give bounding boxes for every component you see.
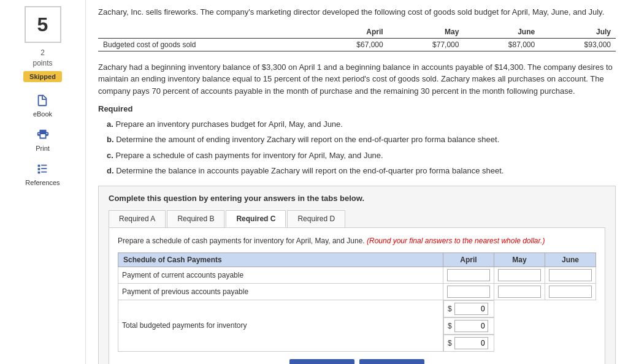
sidebar: 5 2 points Skipped eBook Print (0, 0, 86, 364)
references-icon (34, 161, 51, 178)
current-april-cell (443, 267, 494, 283)
current-payable-label: Payment of current accounts payable (118, 267, 443, 283)
budget-april-val: $67,000 (312, 38, 388, 51)
required-section: Required a. Prepare an inventory purchas… (98, 104, 616, 178)
skipped-badge: Skipped (23, 71, 62, 82)
previous-may-input[interactable] (498, 286, 541, 298)
instruction-text: Prepare a schedule of cash payments for … (118, 235, 596, 246)
previous-june-input[interactable] (549, 286, 592, 298)
total-april-input[interactable] (454, 303, 488, 315)
book-icon (34, 92, 51, 109)
required-item-c: c. Prepare a schedule of cash payments f… (107, 148, 616, 162)
tab-required-d[interactable]: Required D (287, 210, 345, 227)
budget-col-label (98, 26, 312, 39)
previous-april-cell (443, 283, 494, 300)
current-april-input[interactable] (447, 269, 490, 281)
tabs-container: Required A Required B Required C Require… (109, 210, 605, 228)
required-list: a. Prepare an inventory purchases budget… (107, 117, 616, 178)
schedule-table: Schedule of Cash Payments April May June… (118, 252, 596, 352)
current-june-cell (545, 267, 596, 283)
next-button[interactable]: Required D › (359, 359, 425, 364)
total-april-cell: $ (443, 300, 494, 317)
budget-june-val: $87,000 (464, 38, 540, 51)
previous-may-cell (494, 283, 545, 300)
budget-col-april: April (312, 26, 388, 39)
nav-buttons: ‹ Required B Required D › (118, 359, 596, 364)
tab-required-a[interactable]: Required A (109, 210, 166, 227)
required-title: Required (98, 104, 616, 113)
current-may-input[interactable] (498, 269, 541, 281)
total-may-input[interactable] (454, 320, 488, 332)
ebook-label: eBook (33, 110, 52, 118)
required-item-a: a. Prepare an inventory purchases budget… (107, 117, 616, 131)
schedule-header-may: May (494, 252, 545, 267)
table-row-previous: Payment of previous accounts payable (118, 283, 596, 300)
question-number: 5 (25, 6, 61, 43)
references-label: References (25, 179, 59, 186)
question-box: Complete this question by entering your … (98, 186, 616, 364)
question-box-title: Complete this question by entering your … (109, 194, 605, 203)
print-label: Print (36, 145, 50, 152)
current-june-input[interactable] (549, 269, 592, 281)
points-display: 2 points (33, 48, 52, 69)
previous-june-cell (545, 283, 596, 300)
main-content: Zachary, Inc. sells fireworks. The compa… (86, 0, 628, 364)
total-june-cell: $ (443, 335, 494, 352)
sidebar-item-print[interactable]: Print (34, 126, 52, 152)
question-paragraph: Zachary had a beginning inventory balanc… (98, 61, 616, 97)
sidebar-item-references[interactable]: References (25, 161, 59, 186)
budget-col-july: July (540, 26, 616, 39)
print-icon (34, 126, 52, 143)
total-may-cell: $ (443, 317, 494, 335)
current-may-cell (494, 267, 545, 283)
budget-col-june: June (464, 26, 540, 39)
total-june-input[interactable] (454, 337, 488, 349)
question-text: Zachary, Inc. sells fireworks. The compa… (98, 6, 616, 18)
total-label: Total budgeted payments for inventory (118, 300, 443, 352)
budget-row-label: Budgeted cost of goods sold (98, 38, 312, 51)
total-may-dollar: $ (448, 322, 453, 330)
schedule-header-april: April (443, 252, 494, 267)
tab-required-b[interactable]: Required B (167, 210, 224, 227)
prev-button[interactable]: ‹ Required B (289, 359, 354, 364)
required-item-b: b. Determine the amount of ending invent… (107, 132, 616, 146)
tab-content-c: Prepare a schedule of cash payments for … (109, 228, 605, 364)
previous-april-input[interactable] (447, 286, 490, 298)
budget-july-val: $93,000 (540, 38, 616, 51)
total-april-dollar: $ (448, 305, 453, 313)
table-row-current: Payment of current accounts payable (118, 267, 596, 283)
total-june-dollar: $ (448, 339, 453, 347)
required-item-d: d. Determine the balance in accounts pay… (107, 164, 616, 178)
table-row-total: Total budgeted payments for inventory $ … (118, 300, 596, 352)
budget-may-val: $77,000 (388, 38, 464, 51)
sidebar-item-ebook[interactable]: eBook (33, 92, 52, 118)
budget-table: April May June July Budgeted cost of goo… (98, 26, 616, 51)
previous-payable-label: Payment of previous accounts payable (118, 283, 443, 300)
schedule-header-label: Schedule of Cash Payments (118, 252, 443, 267)
tab-required-c[interactable]: Required C (226, 210, 286, 227)
schedule-header-june: June (545, 252, 596, 267)
budget-col-may: May (388, 26, 464, 39)
